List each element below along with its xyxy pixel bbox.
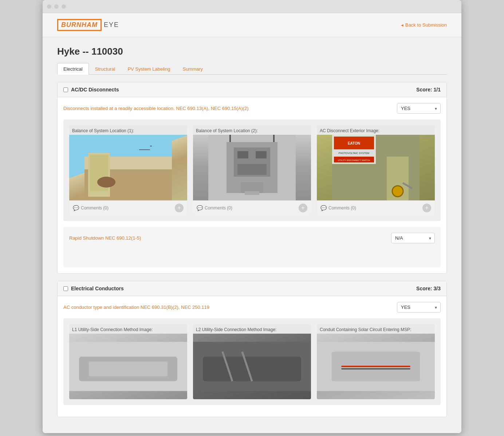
images-grid-disconnects: Balance of System Location (1): — [63, 119, 441, 221]
images-grid-conductors: L1 Utility-Side Connection Method Image: — [63, 318, 441, 405]
comment-bar-bos1: 💬 Comments (0) + — [69, 200, 187, 215]
image-label-conduit: Conduit Containing Solar Circuit Enterin… — [317, 324, 435, 334]
question-row-disconnects: Disconnects installed at a readily acces… — [63, 103, 441, 114]
svg-text:UTILITY DISCONNECT SWITCH: UTILITY DISCONNECT SWITCH — [338, 159, 370, 161]
minimize-dot — [54, 4, 59, 9]
image-cell-disconnect: AC Disconnect Exterior Image: EATON PHOT… — [317, 125, 435, 215]
add-button-bos2[interactable]: + — [299, 204, 307, 212]
image-cell-bos1: Balance of System Location (1): — [69, 125, 187, 215]
rapid-label: Rapid Shutdown NEC 690.12(1-5) — [69, 235, 391, 241]
logo-burnham: BURNHAM — [57, 19, 102, 31]
svg-rect-6 — [139, 149, 150, 150]
comment-icon-disconnect: 💬 — [320, 205, 327, 211]
top-bar: BURNHAM EYE Back to Submission — [43, 13, 461, 37]
add-button-disconnect[interactable]: + — [422, 204, 431, 212]
image-label-bos1: Balance of System Location (1): — [69, 125, 187, 135]
image-conduit[interactable] — [317, 334, 435, 399]
svg-point-27 — [392, 186, 403, 197]
back-link[interactable]: Back to Submission — [400, 22, 447, 28]
close-dot — [47, 4, 51, 9]
select-rapid[interactable]: YES NO N/A — [391, 233, 435, 243]
question-label-disconnects: Disconnects installed at a readily acces… — [63, 106, 397, 111]
image-l2[interactable] — [193, 334, 311, 399]
logo-eye: EYE — [104, 21, 119, 29]
image-bos1[interactable] — [69, 135, 187, 200]
section-checkbox-conductors[interactable] — [63, 286, 68, 291]
question-label-ac-conductor: AC conductor type and identification NEC… — [63, 305, 397, 310]
comment-button-bos1[interactable]: 💬 Comments (0) — [73, 205, 109, 211]
select-wrapper-ac-conductor: YES NO N/A — [397, 302, 441, 313]
tab-electrical[interactable]: Electrical — [57, 63, 89, 75]
svg-rect-33 — [203, 357, 301, 381]
comment-button-disconnect[interactable]: 💬 Comments (0) — [320, 205, 356, 211]
score-ac-dc: Score: 1/1 — [416, 87, 441, 93]
section-title-conductors: Electrical Conductors — [63, 286, 124, 291]
rapid-shutdown-section: Rapid Shutdown NEC 690.12(1-5) YES NO N/… — [63, 227, 441, 249]
section-body-ac-dc: Disconnects installed at a readily acces… — [58, 97, 446, 273]
section-checkbox-ac-dc[interactable] — [63, 87, 68, 92]
tabs: Electrical Structural PV System Labeling… — [57, 63, 447, 75]
section-body-conductors: AC conductor type and identification NEC… — [58, 296, 446, 417]
image-label-disconnect: AC Disconnect Exterior Image: — [317, 125, 435, 135]
svg-text:EATON: EATON — [348, 141, 360, 145]
maximize-dot — [62, 4, 66, 9]
select-ac-conductor[interactable]: YES NO N/A — [397, 302, 441, 313]
section-title-ac-dc: AC/DC Disconnects — [63, 87, 119, 93]
image-label-l2: L2 Utility-Side Connection Method Image: — [193, 324, 311, 334]
svg-rect-11 — [237, 151, 248, 158]
logo: BURNHAM EYE — [57, 19, 119, 31]
svg-rect-15 — [245, 191, 259, 195]
svg-rect-5 — [150, 146, 152, 146]
svg-rect-31 — [89, 362, 168, 377]
section-electrical-conductors: Electrical Conductors Score: 3/3 AC cond… — [57, 281, 447, 417]
select-disconnects[interactable]: YES NO N/A — [397, 103, 441, 114]
svg-rect-12 — [256, 151, 267, 158]
svg-rect-13 — [237, 164, 267, 175]
page-title: Hyke -- 110030 — [57, 46, 447, 57]
add-button-bos1[interactable]: + — [175, 204, 184, 212]
image-bos2[interactable] — [193, 135, 311, 200]
question-row-ac-conductor: AC conductor type and identification NEC… — [63, 302, 441, 313]
image-cell-l2: L2 Utility-Side Connection Method Image: — [193, 324, 311, 399]
empty-area-rapid — [63, 249, 441, 267]
image-cell-bos2: Balance of System Location (2): — [193, 125, 311, 215]
comment-bar-disconnect: 💬 Comments (0) + — [317, 200, 435, 215]
section-header-conductors: Electrical Conductors Score: 3/3 — [58, 281, 446, 296]
image-disconnect[interactable]: EATON PHOTOVOLTAIC SYSTEM UTILITY DISCON… — [317, 135, 435, 200]
comment-button-bos2[interactable]: 💬 Comments (0) — [197, 205, 232, 211]
svg-point-7 — [97, 177, 115, 188]
image-label-bos2: Balance of System Location (2): — [193, 125, 311, 135]
comment-icon-bos1: 💬 — [73, 205, 79, 211]
section-header-ac-dc: AC/DC Disconnects Score: 1/1 — [58, 82, 446, 97]
image-cell-conduit: Conduit Containing Solar Circuit Enterin… — [317, 324, 435, 399]
comment-icon-bos2: 💬 — [197, 205, 203, 211]
image-cell-l1: L1 Utility-Side Connection Method Image: — [69, 324, 187, 399]
tab-structural[interactable]: Structural — [89, 63, 122, 75]
section-ac-dc-disconnects: AC/DC Disconnects Score: 1/1 Disconnects… — [57, 82, 447, 274]
image-l1[interactable] — [69, 334, 187, 399]
tab-summary[interactable]: Summary — [176, 63, 209, 75]
tab-pv-system-labeling[interactable]: PV System Labeling — [121, 63, 176, 75]
select-wrapper-disconnects: YES NO N/A — [397, 103, 441, 114]
select-wrapper-rapid: YES NO N/A — [391, 233, 435, 243]
image-label-l1: L1 Utility-Side Connection Method Image: — [69, 324, 187, 334]
rapid-question-row: Rapid Shutdown NEC 690.12(1-5) YES NO N/… — [69, 233, 435, 243]
score-conductors: Score: 3/3 — [416, 286, 441, 291]
svg-text:PHOTOVOLTAIC SYSTEM: PHOTOVOLTAIC SYSTEM — [339, 152, 370, 154]
comment-bar-bos2: 💬 Comments (0) + — [193, 200, 311, 215]
